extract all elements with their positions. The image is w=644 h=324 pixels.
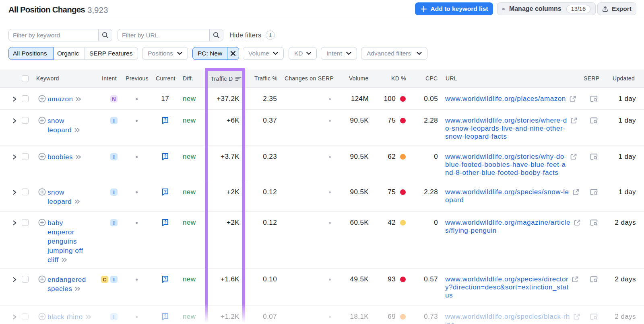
svg-text:?: ? (164, 118, 166, 122)
svg-text:?: ? (164, 154, 166, 158)
svg-text:?: ? (164, 220, 166, 224)
svg-text:?: ? (164, 314, 166, 318)
svg-text:?: ? (164, 277, 166, 281)
svg-text:?: ? (164, 189, 166, 194)
